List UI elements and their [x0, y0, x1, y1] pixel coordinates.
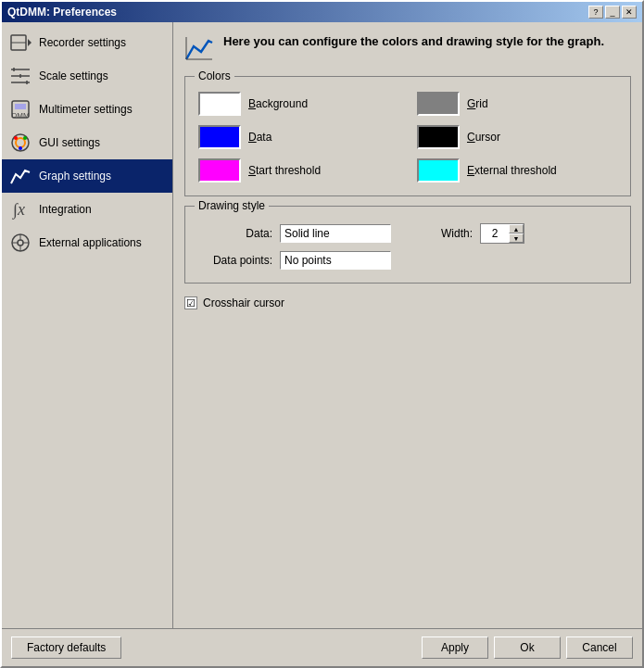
factory-defaults-button[interactable]: Factory defaults — [11, 636, 121, 659]
data-label: Data — [248, 131, 271, 144]
svg-point-15 — [23, 136, 27, 140]
color-item-grid[interactable]: Grid — [417, 92, 617, 116]
start-threshold-label: Start threshold — [248, 164, 321, 177]
external-threshold-swatch[interactable] — [417, 158, 460, 183]
data-dropdown-wrapper: Solid line Dashed line Dotted line — [280, 224, 391, 243]
data-points-row: Data points: No points Small points Larg… — [198, 251, 617, 270]
crosshair-label: Crosshair cursor — [203, 296, 284, 309]
data-points-label: Data points: — [198, 254, 272, 267]
apply-button[interactable]: Apply — [422, 636, 488, 659]
svg-text:DMM: DMM — [11, 111, 29, 120]
bottom-area — [184, 309, 631, 617]
sidebar-item-recorder-label: Recorder settings — [39, 36, 126, 49]
footer-left: Factory defaults — [11, 636, 121, 659]
color-item-external-threshold[interactable]: External threshold — [417, 158, 617, 183]
sidebar-item-integration-label: Integration — [39, 203, 92, 216]
colors-section: Colors Background Grid Data — [184, 76, 631, 196]
colors-legend: Colors — [195, 69, 234, 82]
main-panel: Here you can configure the colors and dr… — [173, 22, 642, 628]
spinbox-buttons: ▲ ▼ — [509, 224, 524, 243]
data-row: Data: Solid line Dashed line Dotted line… — [198, 223, 617, 244]
data-swatch[interactable] — [198, 125, 241, 149]
close-button[interactable]: ✕ — [622, 6, 637, 19]
drawing-style-legend: Drawing style — [195, 199, 269, 212]
sidebar-item-multimeter-label: Multimeter settings — [39, 103, 133, 116]
graph-icon — [9, 165, 32, 187]
svg-text:∫x: ∫x — [12, 200, 25, 220]
sidebar-item-graph-label: Graph settings — [39, 170, 111, 183]
graph-header-icon — [184, 33, 214, 63]
cursor-label: Cursor — [467, 131, 500, 144]
spin-down-button[interactable]: ▼ — [509, 233, 524, 243]
ok-button[interactable]: Ok — [494, 636, 561, 659]
cursor-swatch[interactable] — [417, 125, 460, 149]
title-bar: QtDMM: Preferences ? _ ✕ — [2, 2, 642, 22]
help-button[interactable]: ? — [588, 6, 603, 19]
sidebar-item-scale[interactable]: Scale settings — [2, 59, 172, 93]
background-label: Background — [248, 97, 308, 110]
minimize-button[interactable]: _ — [605, 6, 620, 19]
width-spinbox: ▲ ▼ — [480, 223, 524, 244]
recorder-icon — [9, 32, 32, 54]
drawing-style-section: Drawing style Data: Solid line Dashed li… — [184, 206, 631, 284]
sidebar: Recorder settings Scale settings — [2, 22, 173, 628]
drawing-style-content: Data: Solid line Dashed line Dotted line… — [198, 223, 617, 270]
grid-swatch[interactable] — [417, 92, 460, 116]
colors-grid: Background Grid Data Curso — [198, 92, 617, 183]
title-bar-buttons: ? _ ✕ — [588, 6, 637, 19]
sidebar-item-gui[interactable]: GUI settings — [2, 126, 172, 159]
crosshair-row: ☑ Crosshair cursor — [184, 296, 631, 309]
svg-point-13 — [16, 138, 25, 147]
sidebar-item-multimeter[interactable]: DMM Multimeter settings — [2, 93, 172, 126]
cancel-button[interactable]: Cancel — [566, 636, 633, 659]
integration-icon: ∫x — [9, 198, 32, 221]
svg-marker-2 — [28, 39, 32, 46]
scale-icon — [9, 65, 32, 87]
header-text: Here you can configure the colors and dr… — [223, 33, 604, 50]
window-content: Recorder settings Scale settings — [2, 22, 642, 628]
sidebar-item-external-label: External applications — [39, 236, 142, 249]
crosshair-checkbox[interactable]: ☑ — [184, 296, 197, 309]
sidebar-item-external[interactable]: External applications — [2, 226, 172, 259]
sidebar-item-gui-label: GUI settings — [39, 136, 100, 149]
color-item-data[interactable]: Data — [198, 125, 398, 149]
multimeter-icon: DMM — [9, 98, 32, 120]
sidebar-item-graph[interactable]: Graph settings — [2, 159, 172, 193]
sidebar-item-integration[interactable]: ∫x Integration — [2, 193, 172, 226]
svg-rect-10 — [15, 104, 26, 109]
width-label: Width: — [398, 227, 473, 240]
color-item-start-threshold[interactable]: Start threshold — [198, 158, 398, 183]
svg-point-14 — [14, 136, 18, 140]
grid-label: Grid — [467, 97, 488, 110]
external-icon — [9, 232, 32, 254]
width-input[interactable] — [481, 225, 509, 242]
sidebar-item-recorder[interactable]: Recorder settings — [2, 26, 172, 59]
external-threshold-label: External threshold — [467, 164, 557, 177]
data-dropdown[interactable]: Solid line Dashed line Dotted line — [280, 224, 391, 243]
spin-up-button[interactable]: ▲ — [509, 224, 524, 233]
gui-icon — [9, 132, 32, 154]
data-points-dropdown[interactable]: No points Small points Large points — [280, 251, 391, 270]
sidebar-item-scale-label: Scale settings — [39, 69, 108, 82]
start-threshold-swatch[interactable] — [198, 158, 241, 183]
background-swatch[interactable] — [198, 92, 241, 116]
data-style-label: Data: — [198, 227, 272, 240]
footer: Factory defaults Apply Ok Cancel — [2, 628, 642, 666]
svg-point-19 — [18, 240, 23, 246]
header-area: Here you can configure the colors and dr… — [184, 33, 631, 63]
footer-right: Apply Ok Cancel — [422, 636, 633, 659]
color-item-background[interactable]: Background — [198, 92, 398, 116]
main-window: QtDMM: Preferences ? _ ✕ Recorder settin… — [0, 0, 644, 668]
svg-point-16 — [19, 146, 22, 150]
color-item-cursor[interactable]: Cursor — [417, 125, 617, 149]
window-title: QtDMM: Preferences — [7, 6, 117, 19]
data-points-dropdown-wrapper: No points Small points Large points — [280, 251, 391, 270]
